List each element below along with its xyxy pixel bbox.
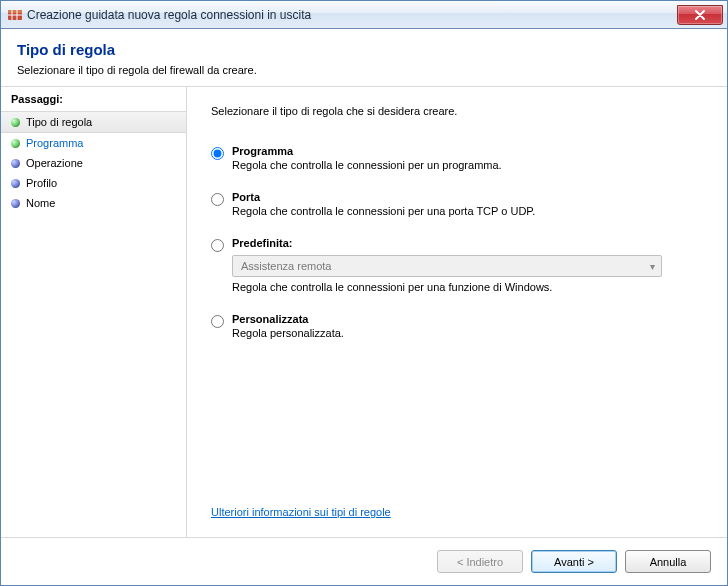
radio-personalizzata[interactable] — [211, 315, 224, 328]
option-desc: Regola che controlla le connessioni per … — [232, 205, 703, 217]
option-desc: Regola che controlla le connessioni per … — [232, 159, 703, 171]
option-personalizzata[interactable]: Personalizzata Regola personalizzata. — [211, 313, 703, 339]
step-label: Profilo — [26, 177, 57, 189]
step-tipo-di-regola[interactable]: Tipo di regola — [1, 111, 186, 133]
close-button[interactable] — [677, 5, 723, 25]
option-porta[interactable]: Porta Regola che controlla le connession… — [211, 191, 703, 217]
step-label: Nome — [26, 197, 55, 209]
intro-text: Selezionare il tipo di regola che si des… — [211, 105, 703, 117]
step-profilo[interactable]: Profilo — [1, 173, 186, 193]
radio-predefinita[interactable] — [211, 239, 224, 252]
svg-rect-1 — [8, 10, 22, 13]
page-subtitle: Selezionare il tipo di regola del firewa… — [17, 64, 711, 76]
step-label: Operazione — [26, 157, 83, 169]
steps-heading: Passaggi: — [1, 93, 186, 111]
option-label: Predefinita: — [232, 237, 703, 249]
radio-programma[interactable] — [211, 147, 224, 160]
window-title: Creazione guidata nuova regola connessio… — [27, 8, 677, 22]
step-dot-icon — [11, 179, 20, 188]
wizard-footer: < Indietro Avanti > Annulla — [1, 537, 727, 585]
step-dot-icon — [11, 199, 20, 208]
next-button[interactable]: Avanti > — [531, 550, 617, 573]
firewall-icon — [7, 7, 23, 23]
cancel-button[interactable]: Annulla — [625, 550, 711, 573]
predefinita-dropdown[interactable]: Assistenza remota ▾ — [232, 255, 662, 277]
wizard-body: Passaggi: Tipo di regola Programma Opera… — [1, 87, 727, 537]
option-desc: Regola personalizzata. — [232, 327, 703, 339]
steps-sidebar: Passaggi: Tipo di regola Programma Opera… — [1, 87, 187, 537]
back-button[interactable]: < Indietro — [437, 550, 523, 573]
option-predefinita[interactable]: Predefinita: Assistenza remota ▾ Regola … — [211, 237, 703, 293]
option-label: Personalizzata — [232, 313, 703, 325]
radio-porta[interactable] — [211, 193, 224, 206]
step-label: Tipo di regola — [26, 116, 92, 128]
option-label: Porta — [232, 191, 703, 203]
wizard-main: Selezionare il tipo di regola che si des… — [187, 87, 727, 537]
step-nome[interactable]: Nome — [1, 193, 186, 213]
rule-type-radio-group: Programma Regola che controlla le connes… — [211, 145, 703, 339]
option-label: Programma — [232, 145, 703, 157]
more-info-link-row: Ulteriori informazioni sui tipi di regol… — [211, 485, 703, 529]
step-dot-icon — [11, 159, 20, 168]
step-programma[interactable]: Programma — [1, 133, 186, 153]
wizard-header: Tipo di regola Selezionare il tipo di re… — [1, 29, 727, 87]
step-dot-icon — [11, 139, 20, 148]
step-label[interactable]: Programma — [26, 137, 83, 149]
wizard-window: Creazione guidata nuova regola connessio… — [0, 0, 728, 586]
option-programma[interactable]: Programma Regola che controlla le connes… — [211, 145, 703, 171]
step-dot-icon — [11, 118, 20, 127]
chevron-down-icon: ▾ — [650, 261, 655, 272]
more-info-link[interactable]: Ulteriori informazioni sui tipi di regol… — [211, 506, 391, 518]
option-desc: Regola che controlla le connessioni per … — [232, 281, 703, 293]
step-operazione[interactable]: Operazione — [1, 153, 186, 173]
titlebar: Creazione guidata nuova regola connessio… — [1, 1, 727, 29]
page-title: Tipo di regola — [17, 41, 711, 58]
dropdown-value: Assistenza remota — [241, 260, 331, 272]
